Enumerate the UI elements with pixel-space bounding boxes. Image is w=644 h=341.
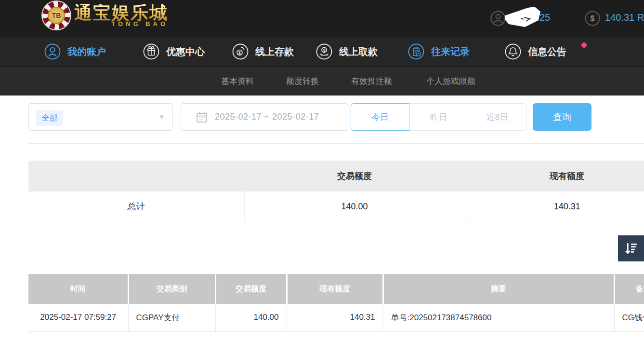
subnav-item-credit-transfer[interactable]: 额度转换	[286, 67, 319, 96]
nav-item-my-account[interactable]: 我的账户	[44, 37, 106, 66]
summary-total-row: 总计 140.00 140.31	[28, 191, 644, 222]
chevron-down-icon: ▼	[158, 113, 165, 121]
nav-label: 信息公告	[528, 45, 566, 58]
nav-item-promotions[interactable]: 优惠中心	[143, 37, 205, 66]
svg-text:$: $	[323, 48, 326, 53]
nav-label: 优惠中心	[166, 45, 205, 58]
brand-text: 通宝娱乐城 TONG BAO	[74, 4, 168, 27]
transactions-table: 时间 交易类别 交易额度 现有额度 摘要 备注 2025-02-17 07:59…	[28, 274, 644, 332]
summary-header-empty	[28, 161, 244, 191]
cell-balance: 140.31	[287, 304, 383, 331]
cell-summary: 单号:202502173874578600	[383, 304, 614, 331]
summary-header-amount: 交易额度	[244, 161, 465, 191]
sort-descending-icon	[623, 241, 639, 256]
summary-header-balance: 现有额度	[465, 161, 644, 191]
records-icon	[408, 43, 424, 60]
subnav-item-game-limits[interactable]: 个人游戏限额	[426, 67, 475, 96]
nav-item-records[interactable]: 往来记录	[408, 37, 470, 66]
range-button-today[interactable]: 今日	[351, 103, 409, 131]
sort-descending-button[interactable]	[618, 235, 644, 261]
range-button-last-8-days[interactable]: 近8日	[468, 103, 527, 131]
transaction-row: 2025-02-17 07:59:27 CGPAY支付 140.00 140.3…	[28, 304, 644, 331]
withdraw-icon: $	[316, 43, 332, 60]
account-icon	[44, 43, 61, 60]
deposit-icon	[232, 43, 249, 60]
summary-total-label: 总计	[28, 191, 244, 222]
date-range-input[interactable]: 2025-02-17 ~ 2025-02-17	[181, 103, 348, 131]
cell-remarks: CG钱包	[614, 304, 644, 331]
casino-chip-icon: TB	[41, 0, 71, 30]
notification-dot	[581, 42, 587, 48]
transaction-type-select[interactable]: 全部 ▼	[28, 103, 173, 131]
nav-item-online-withdraw[interactable]: $ 线上取款	[316, 37, 378, 66]
svg-text:$: $	[591, 14, 595, 23]
chip-tb-monogram: TB	[48, 7, 65, 24]
main-nav: 我的账户 优惠中心 线上存款	[0, 37, 644, 66]
bell-icon	[505, 43, 521, 60]
transactions-header-row: 时间 交易类别 交易额度 现有额度 摘要 备注	[28, 274, 644, 304]
brand-title: 通宝娱乐城	[74, 4, 168, 22]
balance-dollar-icon[interactable]: $	[585, 11, 600, 26]
selected-type-chip[interactable]: 全部	[36, 110, 63, 126]
nav-label: 线上存款	[255, 45, 294, 58]
col-header-summary: 摘要	[383, 274, 614, 304]
summary-total-amount: 140.00	[244, 191, 465, 222]
redaction-scribble	[504, 6, 545, 29]
sub-nav: 基本资料 额度转换 有效投注额 个人游戏限额	[0, 66, 644, 95]
brand-logo[interactable]: TB 通宝娱乐城 TONG BAO	[41, 0, 168, 30]
cell-amount: 140.00	[215, 304, 287, 331]
subnav-item-valid-bets[interactable]: 有效投注额	[351, 67, 392, 96]
gift-icon	[143, 43, 159, 60]
col-header-amount: 交易额度	[215, 274, 287, 304]
nav-item-online-deposit[interactable]: 线上存款	[232, 37, 294, 66]
subnav-item-basic-info[interactable]: 基本资料	[221, 67, 254, 96]
range-button-yesterday[interactable]: 昨日	[409, 103, 468, 131]
date-range-value: 2025-02-17 ~ 2025-02-17	[215, 112, 319, 122]
summary-total-balance: 140.31	[465, 191, 644, 222]
balance-amount: 140.31	[605, 12, 634, 23]
quick-range-group: 今日 昨日 近8日	[351, 103, 527, 131]
cell-type: CGPAY支付	[128, 304, 215, 331]
transaction-records-page: TB 通宝娱乐城 TONG BAO 25 $ 140.31 R	[0, 0, 644, 341]
nav-label: 往来记录	[431, 45, 470, 58]
nav-item-announcements[interactable]: 信息公告	[505, 37, 566, 66]
summary-header-row: 交易额度 现有额度	[28, 161, 644, 191]
col-header-type: 交易类别	[128, 274, 215, 304]
summary-table: 交易额度 现有额度 总计 140.00 140.31	[28, 161, 644, 222]
cell-time: 2025-02-17 07:59:27	[28, 304, 128, 331]
col-header-balance: 现有额度	[287, 274, 383, 304]
balance-text[interactable]: 140.31 R	[605, 12, 644, 23]
top-header: TB 通宝娱乐城 TONG BAO 25 $ 140.31 R	[0, 0, 644, 37]
nav-label: 线上取款	[339, 45, 378, 58]
section-divider	[28, 143, 644, 144]
nav-label: 我的账户	[67, 45, 106, 58]
balance-currency-partial: R	[637, 12, 644, 23]
calendar-icon	[196, 111, 208, 123]
col-header-remarks: 备注	[614, 274, 644, 304]
col-header-time: 时间	[28, 274, 128, 304]
query-button[interactable]: 查询	[533, 103, 591, 131]
